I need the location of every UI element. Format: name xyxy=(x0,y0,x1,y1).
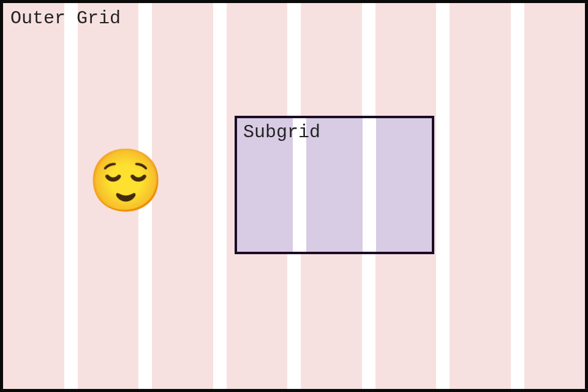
outer-grid-column xyxy=(3,3,64,389)
subgrid: Subgrid xyxy=(235,116,434,254)
outer-grid-column xyxy=(524,3,586,389)
relieved-face-icon: 😌 xyxy=(88,155,164,216)
outer-grid-label: Outer Grid xyxy=(10,8,121,29)
subgrid-column xyxy=(376,118,432,252)
outer-grid: Outer Grid 😌 Subgrid xyxy=(0,0,588,392)
outer-grid-column xyxy=(450,3,511,389)
subgrid-label: Subgrid xyxy=(243,122,320,143)
